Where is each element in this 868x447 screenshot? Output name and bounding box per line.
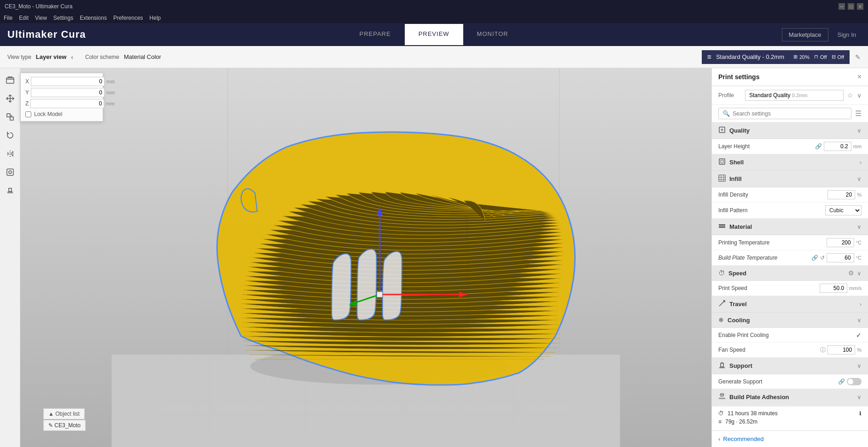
z-input[interactable] xyxy=(30,99,104,108)
maximize-button[interactable]: □ xyxy=(848,3,854,10)
menu-help[interactable]: Help xyxy=(150,15,161,21)
adhesion-chevron-icon[interactable]: ∨ xyxy=(857,394,862,401)
lock-model-checkbox[interactable] xyxy=(25,111,31,117)
infill-icon xyxy=(718,174,726,183)
generate-support-link-icon[interactable]: 🔗 xyxy=(838,378,845,385)
tool-move[interactable] xyxy=(2,90,18,107)
search-input[interactable] xyxy=(733,110,847,117)
layer-height-link-icon[interactable]: 🔗 xyxy=(815,143,822,150)
travel-chevron-icon[interactable] xyxy=(860,301,862,308)
section-support[interactable]: Support ∨ xyxy=(712,358,868,374)
tool-support[interactable] xyxy=(2,182,18,199)
info-icon[interactable]: ℹ xyxy=(859,410,862,417)
speed-gear-icon[interactable]: ⚙ xyxy=(848,269,854,277)
menu-preferences[interactable]: Preferences xyxy=(113,15,143,21)
section-travel[interactable]: Travel xyxy=(712,296,868,313)
weight-stat-row: ≡ 79g · 26.52m xyxy=(718,418,862,425)
profile-chevron-icon[interactable]: ∨ xyxy=(857,92,862,99)
signin-button[interactable]: Sign In xyxy=(833,29,861,41)
logo-cura: Cura xyxy=(61,29,86,40)
infill-title: Infill xyxy=(729,175,742,182)
tool-mirror[interactable] xyxy=(2,145,18,162)
object-list-icon: ▲ xyxy=(48,411,55,417)
y-coord-row: Y mm xyxy=(25,88,98,97)
enable-cooling-value-wrap: ✓ xyxy=(856,331,862,339)
settings-menu-icon[interactable]: ☰ xyxy=(855,109,862,118)
infill-density-label: Infill Density xyxy=(718,192,827,198)
svg-rect-26 xyxy=(719,226,725,226)
quality-chevron-icon[interactable]: ∨ xyxy=(857,127,862,134)
x-unit: mm xyxy=(106,79,115,84)
profile-star-icon[interactable]: ☆ xyxy=(847,92,853,99)
section-adhesion[interactable]: Build Plate Adhesion ∨ xyxy=(712,389,868,406)
menu-file[interactable]: File xyxy=(4,15,12,21)
menu-bar: File Edit View Settings Extensions Prefe… xyxy=(0,13,868,23)
cooling-chevron-icon[interactable]: ∨ xyxy=(857,317,862,324)
shell-chevron-icon[interactable] xyxy=(860,159,862,166)
3d-model-view xyxy=(20,68,711,447)
color-scheme-value: Material Color xyxy=(124,53,161,60)
fan-speed-input[interactable] xyxy=(827,345,855,354)
layer-height-row: Layer Height 🔗 mm xyxy=(712,139,868,154)
infill-density-unit: % xyxy=(857,192,862,197)
color-scheme-label: Color scheme xyxy=(85,54,119,60)
object-name-item[interactable]: ✎ CE3_Moto xyxy=(43,420,86,431)
build-plate-temp-input[interactable] xyxy=(827,253,854,262)
adhesion-off-label: Off xyxy=(838,54,844,60)
tab-prepare[interactable]: PREPARE xyxy=(345,24,404,45)
tool-open-file[interactable] xyxy=(2,72,18,88)
close-button[interactable]: × xyxy=(857,3,863,10)
printing-temp-input[interactable] xyxy=(827,238,854,247)
infill-pattern-value-wrap: Cubic Lines Grid Triangles xyxy=(825,205,862,215)
panel-close-button[interactable]: × xyxy=(857,73,862,81)
tab-preview[interactable]: PREVIEW xyxy=(405,24,463,45)
menu-settings[interactable]: Settings xyxy=(53,15,73,21)
build-plate-temp-reset-icon[interactable]: ↺ xyxy=(820,255,825,261)
svg-rect-24 xyxy=(719,175,725,181)
title-bar: CE3_Moto - Ultimaker Cura ─ □ × xyxy=(0,0,868,13)
print-speed-input[interactable] xyxy=(820,284,847,293)
marketplace-button[interactable]: Marketplace xyxy=(782,28,828,41)
transform-panel: X mm Y mm Z mm Lock Model xyxy=(20,73,103,122)
object-list-toggle[interactable]: ▲ Object list xyxy=(43,408,85,419)
material-chevron-icon[interactable]: ∨ xyxy=(857,223,862,230)
section-infill[interactable]: Infill ∨ xyxy=(712,171,868,187)
profile-value: Standard Quality 0.2mm xyxy=(749,92,807,99)
layer-height-input[interactable] xyxy=(824,142,851,151)
infill-density-value-wrap: % xyxy=(827,190,862,199)
enable-cooling-check-icon[interactable]: ✓ xyxy=(856,331,862,339)
section-shell[interactable]: Shell xyxy=(712,154,868,171)
speed-chevron-icon[interactable]: ∨ xyxy=(857,270,862,277)
menu-edit[interactable]: Edit xyxy=(19,15,29,21)
fan-speed-unit: % xyxy=(857,347,862,353)
menu-view[interactable]: View xyxy=(35,15,47,21)
support-chevron-icon[interactable]: ∨ xyxy=(857,362,862,369)
build-plate-temp-link-icon[interactable]: 🔗 xyxy=(811,255,818,261)
y-input[interactable] xyxy=(31,88,105,97)
section-material[interactable]: Material ∨ xyxy=(712,219,868,235)
tool-per-model[interactable] xyxy=(2,164,18,180)
tool-scale[interactable] xyxy=(2,109,18,125)
view-type-chevron-icon[interactable]: ‹ xyxy=(71,53,73,61)
tab-monitor[interactable]: MONITOR xyxy=(463,24,522,45)
section-cooling[interactable]: ❄ Cooling ∨ xyxy=(712,313,868,328)
infill-chevron-icon[interactable]: ∨ xyxy=(857,175,862,182)
section-quality[interactable]: Quality ∨ xyxy=(712,122,868,139)
nav-tabs: PREPARE PREVIEW MONITOR xyxy=(345,24,522,45)
minimize-button[interactable]: ─ xyxy=(839,3,845,10)
fan-speed-info-icon[interactable]: ⓘ xyxy=(820,346,826,354)
svg-marker-3 xyxy=(7,151,9,156)
svg-rect-23 xyxy=(721,160,723,163)
menu-extensions[interactable]: Extensions xyxy=(80,15,107,21)
tool-rotate[interactable] xyxy=(2,127,18,144)
profile-select[interactable]: Standard Quality 0.2mm xyxy=(745,90,844,101)
profile-edit-icon[interactable]: ✎ xyxy=(855,53,861,61)
x-input[interactable] xyxy=(31,77,105,86)
section-speed[interactable]: ⏱ Speed ⚙ ∨ xyxy=(712,266,868,281)
generate-support-toggle[interactable] xyxy=(847,378,862,385)
title-bar-left: CE3_Moto - Ultimaker Cura xyxy=(5,3,72,10)
infill-density-input[interactable] xyxy=(827,190,855,199)
viewport[interactable]: ▲ Object list ✎ CE3_Moto xyxy=(20,68,711,447)
recommended-button[interactable]: ‹ Recommended xyxy=(718,435,764,442)
infill-pattern-select[interactable]: Cubic Lines Grid Triangles xyxy=(825,205,862,215)
